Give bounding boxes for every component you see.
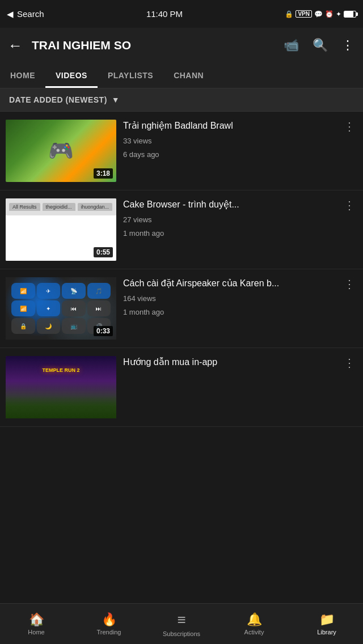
- video-time-ago: 1 month ago: [123, 307, 357, 318]
- video-thumbnail[interactable]: 📶 ✈ 📡 🎵 📶 ✦ ⏮ ⏭ 🔒 🌙 📺 🔊 0:33: [6, 277, 116, 340]
- video-more-icon[interactable]: ⋮: [341, 198, 357, 212]
- alarm-icon: ⏰: [325, 10, 334, 18]
- vpn-badge: VPN: [296, 10, 312, 18]
- video-title: Hướng dẫn mua in-app: [123, 356, 341, 368]
- video-more-icon[interactable]: ⋮: [341, 356, 357, 370]
- nav-label-trending: Trending: [96, 629, 121, 635]
- subscriptions-icon: ≡: [177, 611, 185, 629]
- video-time-ago: 6 days ago: [123, 149, 357, 160]
- tab-channels[interactable]: CHANN: [163, 63, 214, 88]
- nav-item-library[interactable]: 📁 Library: [290, 609, 363, 639]
- channel-title: TRAI NGHIEM SO: [32, 39, 273, 52]
- activity-icon: 🔔: [247, 612, 262, 627]
- channel-tabs: HOME VIDEOS PLAYLISTS CHANN: [0, 63, 363, 88]
- nav-item-trending[interactable]: 🔥 Trending: [73, 609, 145, 639]
- video-info: Cake Browser - trình duyệt... ⋮ 27 views…: [123, 198, 357, 239]
- trending-icon: 🔥: [102, 612, 117, 627]
- tab-home[interactable]: HOME: [0, 63, 45, 88]
- video-info: Cách cài đặt Airspeaker của Karen b... ⋮…: [123, 277, 357, 317]
- video-thumbnail[interactable]: 3:18: [6, 120, 116, 182]
- nav-label-library: Library: [317, 629, 336, 635]
- status-right: 🔒 VPN 💬 ⏰ ✦: [285, 10, 356, 18]
- tab-videos[interactable]: VIDEOS: [45, 63, 98, 88]
- video-views: 27 views: [123, 214, 357, 226]
- status-bar: ◀ Search 11:40 PM 🔒 VPN 💬 ⏰ ✦: [0, 0, 363, 28]
- tab-playlists[interactable]: PLAYLISTS: [98, 63, 163, 88]
- list-item[interactable]: TEMPLE RUN 2 Hướng dẫn mua in-app ⋮: [0, 348, 363, 427]
- video-views: 33 views: [123, 135, 357, 147]
- video-title: Cake Browser - trình duyệt...: [123, 198, 341, 211]
- bottom-navigation: 🏠 Home 🔥 Trending ≡ Subscriptions 🔔 Acti…: [0, 603, 363, 644]
- battery-icon: [344, 11, 356, 18]
- status-search-text: Search: [17, 9, 44, 19]
- camera-icon[interactable]: 📹: [280, 35, 302, 56]
- bluetooth-icon: ✦: [336, 10, 341, 18]
- filter-bar[interactable]: DATE ADDED (NEWEST) ▼: [0, 88, 363, 112]
- list-item[interactable]: 3:18 Trải nghiệm Badland Brawl ⋮ 33 view…: [0, 112, 363, 190]
- status-left: ◀ Search: [7, 9, 44, 19]
- video-duration: 0:55: [94, 247, 113, 257]
- video-info: Trải nghiệm Badland Brawl ⋮ 33 views 6 d…: [123, 120, 357, 160]
- nav-label-subscriptions: Subscriptions: [163, 630, 200, 637]
- video-views: 164 views: [123, 293, 357, 304]
- more-options-icon[interactable]: ⋮: [338, 35, 357, 56]
- nav-item-home[interactable]: 🏠 Home: [0, 609, 73, 639]
- nav-item-activity[interactable]: 🔔 Activity: [218, 609, 290, 639]
- nav-label-home: Home: [28, 629, 44, 635]
- video-time-ago: 1 month ago: [123, 228, 357, 239]
- back-button[interactable]: ←: [6, 35, 25, 57]
- nav-label-activity: Activity: [244, 629, 264, 635]
- status-time: 11:40 PM: [146, 9, 183, 19]
- lock-icon: 🔒: [285, 10, 293, 18]
- video-title: Trải nghiệm Badland Brawl: [123, 120, 341, 132]
- message-icon: 💬: [314, 10, 323, 18]
- back-arrow-status: ◀: [7, 9, 14, 19]
- filter-arrow-icon: ▼: [112, 95, 120, 104]
- list-item[interactable]: 📶 ✈ 📡 🎵 📶 ✦ ⏮ ⏭ 🔒 🌙 📺 🔊 0:33 Cách c: [0, 269, 363, 348]
- video-info: Hướng dẫn mua in-app ⋮: [123, 356, 357, 370]
- video-list: 3:18 Trải nghiệm Badland Brawl ⋮ 33 view…: [0, 112, 363, 427]
- video-more-icon[interactable]: ⋮: [341, 277, 357, 291]
- video-duration: 0:33: [94, 326, 113, 336]
- video-thumbnail[interactable]: TEMPLE RUN 2: [6, 356, 116, 418]
- search-icon[interactable]: 🔍: [309, 35, 331, 56]
- filter-label: DATE ADDED (NEWEST): [9, 95, 107, 104]
- nav-item-subscriptions[interactable]: ≡ Subscriptions: [145, 608, 218, 641]
- video-more-icon[interactable]: ⋮: [341, 120, 357, 133]
- list-item[interactable]: All Results thegioidid... ihuongdan... 0…: [0, 190, 363, 269]
- library-icon: 📁: [319, 612, 335, 627]
- video-duration: 3:18: [94, 168, 113, 179]
- video-thumbnail[interactable]: All Results thegioidid... ihuongdan... 0…: [6, 198, 116, 261]
- video-title: Cách cài đặt Airspeaker của Karen b...: [123, 277, 341, 290]
- channel-header: ← TRAI NGHIEM SO 📹 🔍 ⋮: [0, 28, 363, 63]
- home-icon: 🏠: [29, 612, 44, 627]
